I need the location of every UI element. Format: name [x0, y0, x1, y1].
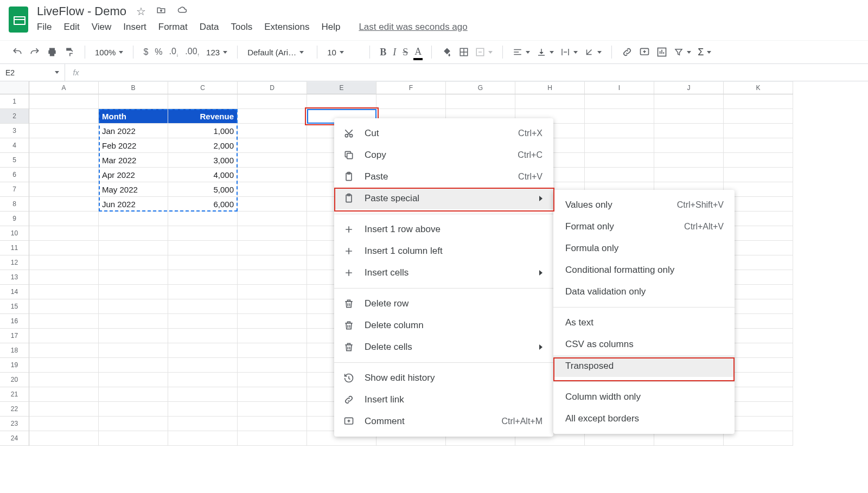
col-header-J[interactable]: J — [654, 81, 724, 94]
cell[interactable] — [99, 226, 168, 241]
col-header-B[interactable]: B — [99, 81, 168, 94]
row-header-9[interactable]: 9 — [0, 212, 29, 226]
cell[interactable] — [307, 94, 376, 109]
cell[interactable] — [654, 109, 724, 124]
cell[interactable] — [376, 94, 446, 109]
cell[interactable] — [168, 241, 238, 255]
italic-icon[interactable]: I — [393, 47, 396, 58]
row-header-19[interactable]: 19 — [0, 358, 29, 373]
menu-format[interactable]: Format — [158, 22, 188, 33]
bold-icon[interactable]: B — [380, 47, 386, 58]
cell[interactable]: 5,000 — [168, 182, 238, 197]
cell[interactable] — [238, 109, 307, 124]
cell[interactable]: May 2022 — [99, 182, 168, 197]
cell[interactable] — [168, 373, 238, 387]
insert-link-icon[interactable] — [622, 47, 633, 57]
cell[interactable] — [29, 402, 99, 417]
cell[interactable] — [168, 270, 238, 285]
menu-item-transposed[interactable]: Transposed — [553, 355, 735, 377]
font-dropdown[interactable]: Default (Ari… — [247, 48, 307, 57]
cell[interactable] — [238, 94, 307, 109]
menu-view[interactable]: View — [92, 22, 112, 33]
cell[interactable] — [238, 153, 307, 168]
strikethrough-icon[interactable]: S — [403, 47, 408, 58]
cell[interactable] — [238, 285, 307, 299]
cell[interactable] — [515, 94, 585, 109]
cell[interactable] — [168, 402, 238, 417]
cell[interactable]: 1,000 — [168, 124, 238, 138]
cell[interactable] — [238, 373, 307, 387]
cell[interactable] — [585, 109, 654, 124]
cell[interactable] — [29, 373, 99, 387]
name-box[interactable]: E2 — [0, 64, 65, 81]
cell[interactable]: Month — [99, 109, 168, 124]
cell[interactable] — [99, 285, 168, 299]
menu-file[interactable]: File — [37, 22, 52, 33]
col-header-I[interactable]: I — [585, 81, 654, 94]
cell[interactable] — [724, 109, 793, 124]
spreadsheet-grid[interactable]: ABCDEFGHIJK 12MonthRevenue3Jan 20221,000… — [0, 81, 868, 483]
cell[interactable] — [29, 358, 99, 373]
cell[interactable] — [238, 255, 307, 270]
cell[interactable] — [585, 94, 654, 109]
cell[interactable] — [29, 182, 99, 197]
borders-icon[interactable] — [459, 47, 469, 57]
cell[interactable] — [99, 270, 168, 285]
menu-item-paste-special[interactable]: Paste special — [334, 188, 553, 209]
decrease-decimal-icon[interactable]: .0↓ — [169, 47, 179, 57]
row-header-24[interactable]: 24 — [0, 431, 29, 446]
menu-item-data-validation-only[interactable]: Data validation only — [553, 281, 735, 303]
col-header-H[interactable]: H — [515, 81, 585, 94]
cell[interactable] — [238, 314, 307, 329]
menu-item-insert-1-row-above[interactable]: Insert 1 row above — [334, 219, 553, 240]
cell[interactable] — [99, 212, 168, 226]
row-header-15[interactable]: 15 — [0, 299, 29, 314]
menu-item-insert-link[interactable]: Insert link — [334, 389, 553, 411]
redo-icon[interactable] — [29, 47, 40, 57]
cell[interactable] — [238, 343, 307, 358]
row-header-20[interactable]: 20 — [0, 373, 29, 387]
cell[interactable] — [238, 197, 307, 212]
cell[interactable] — [168, 431, 238, 446]
menu-edit[interactable]: Edit — [63, 22, 79, 33]
cell[interactable] — [29, 387, 99, 402]
cell[interactable] — [238, 329, 307, 343]
cell[interactable] — [168, 417, 238, 431]
row-header-21[interactable]: 21 — [0, 387, 29, 402]
number-format-dropdown[interactable]: 123 — [206, 48, 227, 57]
menu-item-delete-row[interactable]: Delete row — [334, 293, 553, 315]
cell[interactable] — [446, 94, 515, 109]
menu-item-comment[interactable]: CommentCtrl+Alt+M — [334, 411, 553, 432]
row-header-2[interactable]: 2 — [0, 109, 29, 124]
cell[interactable] — [238, 124, 307, 138]
row-header-1[interactable]: 1 — [0, 94, 29, 109]
menu-insert[interactable]: Insert — [123, 22, 146, 33]
cell[interactable] — [585, 168, 654, 182]
cell[interactable] — [168, 212, 238, 226]
cell[interactable] — [724, 124, 793, 138]
row-header-12[interactable]: 12 — [0, 255, 29, 270]
text-wrap-dropdown[interactable] — [560, 47, 578, 57]
cell[interactable] — [168, 299, 238, 314]
cell[interactable] — [238, 212, 307, 226]
zoom-dropdown[interactable]: 100% — [95, 48, 123, 57]
menu-item-column-width-only[interactable]: Column width only — [553, 386, 735, 408]
menu-item-cut[interactable]: CutCtrl+X — [334, 123, 553, 144]
cell[interactable] — [654, 153, 724, 168]
menu-item-insert-cells[interactable]: Insert cells — [334, 262, 553, 284]
menu-extensions[interactable]: Extensions — [264, 22, 309, 33]
cell[interactable] — [29, 285, 99, 299]
cell[interactable] — [29, 168, 99, 182]
cell[interactable] — [29, 138, 99, 153]
cell[interactable] — [238, 182, 307, 197]
text-color-icon[interactable]: A — [414, 46, 422, 59]
functions-dropdown[interactable]: Σ — [698, 47, 711, 58]
cell[interactable] — [29, 299, 99, 314]
cell[interactable] — [29, 329, 99, 343]
menu-item-conditional-formatting-only[interactable]: Conditional formatting only — [553, 259, 735, 281]
cell[interactable] — [29, 255, 99, 270]
cell[interactable] — [99, 299, 168, 314]
cell[interactable] — [99, 373, 168, 387]
cell[interactable] — [29, 431, 99, 446]
cell[interactable] — [168, 285, 238, 299]
